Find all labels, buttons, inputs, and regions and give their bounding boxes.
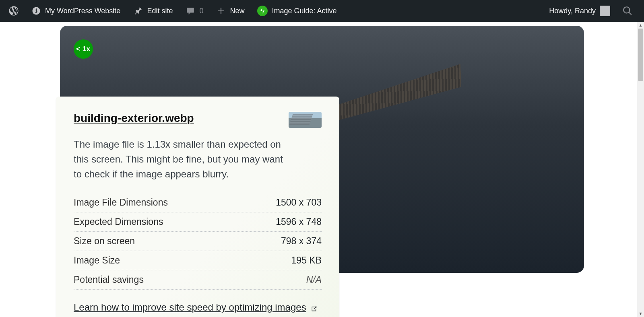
comments-count: 0: [199, 7, 203, 15]
vertical-scrollbar[interactable]: ▲ ▼: [637, 22, 644, 317]
admin-bar: My WordPress Website Edit site 0 New Ima…: [0, 0, 644, 22]
site-title: My WordPress Website: [45, 7, 120, 15]
pin-icon: [133, 6, 143, 16]
scroll-up-arrow[interactable]: ▲: [637, 22, 644, 29]
image-guide-toggle[interactable]: Image Guide: Active: [252, 0, 342, 22]
image-thumbnail[interactable]: [289, 112, 322, 128]
external-link-icon: [310, 304, 318, 311]
howdy-text: Howdy, Randy: [549, 7, 596, 15]
image-description: The image file is 1.13x smaller than exp…: [74, 137, 283, 182]
scale-badge-label: < 1x: [76, 45, 91, 53]
wordpress-icon: [9, 6, 19, 16]
avatar: [600, 6, 610, 16]
metric-value: N/A: [306, 274, 322, 285]
edit-site-label: Edit site: [147, 7, 173, 15]
learn-more-link[interactable]: Learn how to improve site speed by optim…: [74, 302, 318, 313]
metric-value: 195 KB: [291, 255, 322, 266]
edit-site[interactable]: Edit site: [128, 0, 178, 22]
metric-row: Image Size195 KB: [74, 251, 322, 270]
search-toggle[interactable]: [618, 6, 637, 16]
search-icon: [622, 6, 633, 16]
metric-label: Image Size: [74, 255, 120, 266]
metric-label: Expected Dimensions: [74, 216, 163, 227]
scale-badge[interactable]: < 1x: [74, 39, 93, 59]
metric-row: Image File Dimensions1500 x 703: [74, 193, 322, 212]
comment-icon: [186, 6, 195, 16]
metric-row: Potential savingsN/A: [74, 270, 322, 290]
plus-icon: [216, 6, 226, 16]
metric-row: Size on screen798 x 374: [74, 232, 322, 251]
dashboard-icon: [31, 6, 41, 16]
scroll-thumb[interactable]: [638, 29, 643, 81]
metric-value: 1500 x 703: [276, 197, 322, 208]
wp-logo-menu[interactable]: [3, 0, 24, 22]
metric-value: 798 x 374: [281, 236, 322, 247]
image-guide-label: Image Guide: Active: [272, 7, 336, 15]
learn-more-text: Learn how to improve site speed by optim…: [74, 302, 306, 313]
scroll-down-arrow[interactable]: ▼: [637, 310, 644, 317]
image-guide-card: building-exterior.webp The image file is…: [56, 97, 339, 317]
metric-label: Image File Dimensions: [74, 197, 168, 208]
metric-row: Expected Dimensions1596 x 748: [74, 212, 322, 232]
metric-value: 1596 x 748: [276, 216, 322, 227]
new-label: New: [230, 7, 244, 15]
image-filename-link[interactable]: building-exterior.webp: [74, 112, 194, 125]
jetpack-icon: [257, 6, 268, 16]
metric-label: Potential savings: [74, 274, 144, 285]
metric-label: Size on screen: [74, 236, 135, 247]
page-content: < 1x building-exterior.webp The image fi…: [0, 22, 644, 273]
site-name-menu[interactable]: My WordPress Website: [26, 0, 126, 22]
comments-menu[interactable]: 0: [180, 0, 209, 22]
new-content-menu[interactable]: New: [211, 0, 250, 22]
my-account[interactable]: Howdy, Randy: [545, 6, 614, 16]
image-metrics: Image File Dimensions1500 x 703Expected …: [74, 193, 322, 290]
